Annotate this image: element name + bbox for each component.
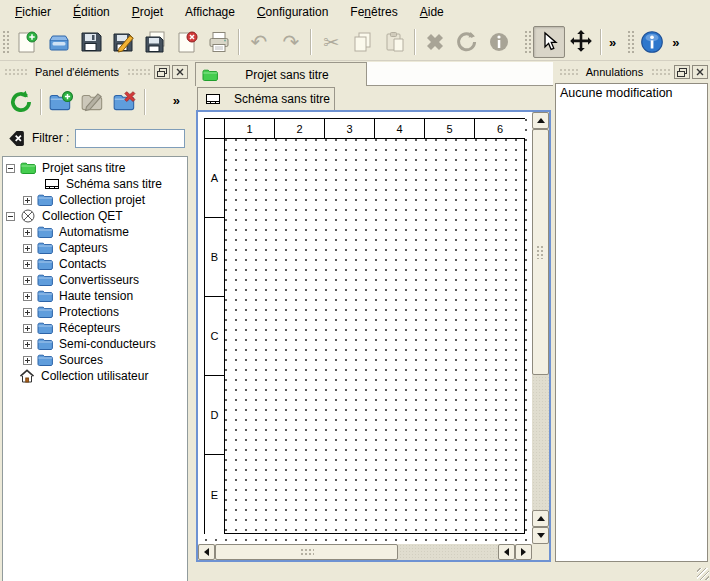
expand-expander-icon[interactable] xyxy=(23,356,32,365)
project-tab[interactable]: Projet sans titre xyxy=(195,62,367,86)
column-header: 1 xyxy=(225,119,275,138)
tree-item-semi-conducteurs[interactable]: Semi-conducteurs xyxy=(3,336,187,352)
float-panel-button[interactable] xyxy=(674,65,690,79)
open-document-button[interactable] xyxy=(43,26,75,58)
tree-item-recepteurs[interactable]: Récepteurs xyxy=(3,320,187,336)
copy-button[interactable] xyxy=(347,26,379,58)
schema-view[interactable]: 1 2 3 4 5 6 A B C D E xyxy=(196,110,551,562)
collapse-expander-icon[interactable] xyxy=(6,164,15,173)
expand-expander-icon[interactable] xyxy=(23,196,32,205)
panel-overflow-chevron[interactable]: » xyxy=(169,93,184,108)
expand-expander-icon[interactable] xyxy=(23,292,32,301)
new-document-button[interactable] xyxy=(11,26,43,58)
tree-item-schema[interactable]: Schéma sans titre xyxy=(3,176,187,192)
delete-category-button[interactable] xyxy=(109,86,141,118)
undo-list-item[interactable]: Aucune modification xyxy=(560,86,703,100)
schema-tab-label: Schéma sans titre xyxy=(234,92,330,106)
save-button[interactable] xyxy=(75,26,107,58)
toolbar-drag-handle[interactable] xyxy=(523,29,531,55)
column-header: 4 xyxy=(375,119,425,138)
diagram-frame: 1 2 3 4 5 6 A B C D E xyxy=(204,118,525,534)
scroll-down-button[interactable] xyxy=(532,527,549,544)
tree-item-automatisme[interactable]: Automatisme xyxy=(3,224,187,240)
toolbar-drag-handle[interactable] xyxy=(1,29,9,55)
scroll-left-button[interactable] xyxy=(198,544,215,560)
close-panel-button[interactable] xyxy=(172,65,188,79)
float-panel-button[interactable] xyxy=(154,65,170,79)
horizontal-scrollbar[interactable] xyxy=(198,544,532,560)
close-document-button[interactable] xyxy=(171,26,203,58)
about-button[interactable] xyxy=(636,26,668,58)
delete-button[interactable] xyxy=(419,26,451,58)
redo-icon: ↷ xyxy=(283,32,300,52)
scrollbar-corner xyxy=(532,544,549,560)
toolbar-drag-handle[interactable] xyxy=(626,29,634,55)
expand-expander-icon[interactable] xyxy=(23,244,32,253)
scroll-up-button[interactable] xyxy=(532,510,549,527)
toolbar-overflow-chevron[interactable]: » xyxy=(668,35,683,50)
schema-canvas[interactable]: 1 2 3 4 5 6 A B C D E xyxy=(198,112,532,544)
undo-icon: ↶ xyxy=(251,32,268,52)
scroll-left-button[interactable] xyxy=(498,544,515,560)
tree-item-haute-tension[interactable]: Haute tension xyxy=(3,288,187,304)
thumb-grip xyxy=(300,548,314,557)
column-header: 5 xyxy=(425,119,475,138)
expand-expander-icon[interactable] xyxy=(23,260,32,269)
elements-panel-titlebar: Panel d'éléments xyxy=(0,63,190,81)
save-as-button[interactable] xyxy=(107,26,139,58)
tree-item-collection-utilisateur[interactable]: Collection utilisateur xyxy=(3,368,187,384)
horizontal-scrollbar-thumb[interactable] xyxy=(215,544,398,560)
save-all-button[interactable] xyxy=(139,26,171,58)
window-resize-grip[interactable] xyxy=(697,568,709,580)
schema-tab[interactable]: Schéma sans titre xyxy=(197,87,335,110)
move-tool-button[interactable] xyxy=(565,26,597,58)
tree-item-label: Contacts xyxy=(59,257,106,271)
menu-fenetres[interactable]: Fenêtres xyxy=(339,0,408,24)
undo-panel-title: Annulations xyxy=(582,66,648,78)
scroll-up-button[interactable] xyxy=(532,112,549,129)
menu-configuration[interactable]: Configuration xyxy=(246,0,339,24)
menu-fichier[interactable]: Fichier xyxy=(4,0,62,24)
reload-collections-button[interactable] xyxy=(5,86,37,118)
undo-button[interactable]: ↶ xyxy=(243,26,275,58)
tree-item-sources[interactable]: Sources xyxy=(3,352,187,368)
close-panel-button[interactable] xyxy=(692,65,708,79)
new-category-button[interactable] xyxy=(45,86,77,118)
tree-item-protections[interactable]: Protections xyxy=(3,304,187,320)
tree-item-convertisseurs[interactable]: Convertisseurs xyxy=(3,272,187,288)
expand-expander-icon[interactable] xyxy=(23,276,32,285)
redo-button[interactable]: ↷ xyxy=(275,26,307,58)
info-button[interactable] xyxy=(483,26,515,58)
undo-history-list[interactable]: Aucune modification xyxy=(555,83,708,562)
tree-item-collection-qet[interactable]: Collection QET xyxy=(3,208,187,224)
paste-button[interactable] xyxy=(379,26,411,58)
expand-expander-icon[interactable] xyxy=(23,308,32,317)
expand-expander-icon[interactable] xyxy=(23,228,32,237)
expand-expander-icon[interactable] xyxy=(23,324,32,333)
scroll-right-button[interactable] xyxy=(515,544,532,560)
select-tool-button[interactable] xyxy=(533,26,565,58)
rotate-button[interactable] xyxy=(451,26,483,58)
cut-button[interactable]: ✂ xyxy=(315,26,347,58)
vertical-scrollbar[interactable] xyxy=(532,112,549,544)
menu-edition[interactable]: Édition xyxy=(62,0,121,24)
menu-projet[interactable]: Projet xyxy=(121,0,174,24)
tree-item-contacts[interactable]: Contacts xyxy=(3,256,187,272)
vertical-scrollbar-thumb[interactable] xyxy=(532,129,549,375)
tree-item-projet[interactable]: Projet sans titre xyxy=(3,160,187,176)
collapse-expander-icon[interactable] xyxy=(6,212,15,221)
menu-aide[interactable]: Aide xyxy=(409,0,455,24)
home-icon xyxy=(19,368,35,384)
clear-filter-button[interactable] xyxy=(6,128,26,148)
new-folder-icon xyxy=(48,89,74,115)
tree-item-capteurs[interactable]: Capteurs xyxy=(3,240,187,256)
close-document-icon xyxy=(175,30,199,54)
print-button[interactable] xyxy=(203,26,235,58)
tree-item-collection-projet[interactable]: Collection projet xyxy=(3,192,187,208)
toolbar-overflow-chevron[interactable]: » xyxy=(605,35,620,50)
expand-expander-icon[interactable] xyxy=(23,340,32,349)
paste-icon xyxy=(383,30,407,54)
filter-input[interactable] xyxy=(75,129,185,148)
edit-category-button[interactable] xyxy=(77,86,109,118)
menu-affichage[interactable]: Affichage xyxy=(174,0,246,24)
